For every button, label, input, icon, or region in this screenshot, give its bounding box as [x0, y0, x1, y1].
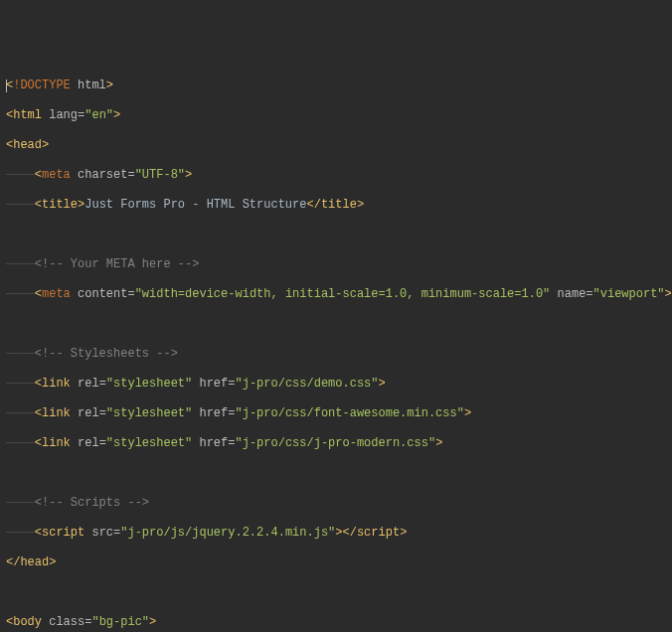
code-line: <!DOCTYPE html> [6, 79, 666, 93]
code-line: ————<link rel="stylesheet" href="j-pro/c… [6, 406, 666, 421]
code-line [6, 466, 666, 481]
code-line: ————<title>Just Forms Pro - HTML Structu… [6, 198, 666, 213]
code-line [6, 228, 666, 242]
code-line [6, 585, 666, 600]
code-line: ————<meta charset="UTF-8"> [6, 168, 666, 183]
code-line: ————<meta content="width=device-width, i… [6, 287, 666, 302]
code-line: ————<!-- Your META here --> [6, 257, 666, 272]
code-line: </head> [6, 555, 666, 570]
code-line: <body class="bg-pic"> [6, 615, 666, 630]
code-line: ————<script src="j-pro/js/jquery.2.2.4.m… [6, 526, 666, 541]
code-line [6, 317, 666, 332]
code-line: ————<link rel="stylesheet" href="j-pro/c… [6, 377, 666, 392]
code-line: ————<!-- Scripts --> [6, 496, 666, 511]
code-line: ————<!-- Stylesheets --> [6, 347, 666, 362]
code-line: ————<link rel="stylesheet" href="j-pro/c… [6, 436, 666, 451]
code-line: <head> [6, 138, 666, 153]
code-editor[interactable]: <!DOCTYPE html> <html lang="en"> <head> … [6, 64, 666, 632]
code-line: <html lang="en"> [6, 108, 666, 123]
